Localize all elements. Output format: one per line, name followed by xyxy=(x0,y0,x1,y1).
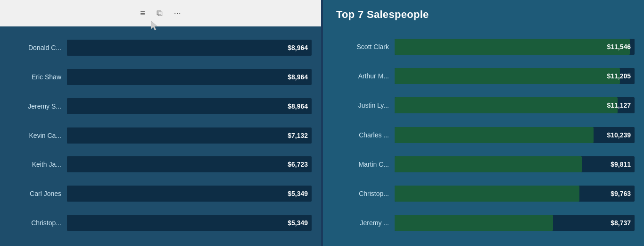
right-bar-track: $11,127 xyxy=(395,97,635,113)
toolbar: ≡ ⧉ ··· xyxy=(0,0,321,26)
right-bar-value: $11,127 xyxy=(607,102,631,109)
right-bar-list: Scott Clark $11,546 Arthur M... $11,205 … xyxy=(323,25,644,246)
right-bar-track: $10,239 xyxy=(395,127,635,143)
left-bar-value: $8,964 xyxy=(288,73,308,81)
left-bar-value: $8,964 xyxy=(288,102,308,110)
right-bar-fill xyxy=(395,156,582,172)
right-row-label: Justin Ly... xyxy=(332,102,389,109)
right-bar-row: Justin Ly... $11,127 xyxy=(332,95,635,116)
left-row-label: Kevin Ca... xyxy=(9,132,61,139)
left-bar-fill xyxy=(67,215,180,231)
right-bar-value: $10,239 xyxy=(607,131,631,139)
left-row-label: Christop... xyxy=(9,219,61,227)
right-bar-fill xyxy=(395,186,579,202)
right-panel: Top 7 Salespeople Scott Clark $11,546 Ar… xyxy=(323,0,644,246)
left-bar-list: Donald C... $8,964 Eric Shaw $8,964 Jere… xyxy=(0,26,321,246)
left-bar-fill xyxy=(67,40,299,56)
left-bar-track: $8,964 xyxy=(67,98,312,114)
left-bar-row: Carl Jones $5,349 xyxy=(9,183,312,204)
right-row-label: Charles ... xyxy=(332,131,389,139)
right-bar-track: $9,811 xyxy=(395,156,635,172)
right-bar-track: $11,546 xyxy=(395,39,635,55)
right-bar-row: Christop... $9,763 xyxy=(332,183,635,204)
left-row-label: Carl Jones xyxy=(9,190,61,197)
left-bar-track: $8,964 xyxy=(67,40,312,56)
left-bar-row: Donald C... $8,964 xyxy=(9,37,312,58)
right-bar-fill xyxy=(395,215,553,231)
left-bar-track: $6,723 xyxy=(67,156,312,172)
left-bar-track: $7,132 xyxy=(67,127,312,144)
left-bar-row: Eric Shaw $8,964 xyxy=(9,67,312,87)
right-bar-track: $11,205 xyxy=(395,68,635,84)
expand-icon[interactable]: ⧉ xyxy=(157,8,163,18)
right-row-label: Christop... xyxy=(332,190,389,197)
left-row-label: Donald C... xyxy=(9,44,61,51)
left-bar-value: $8,964 xyxy=(288,44,308,51)
left-bar-track: $8,964 xyxy=(67,69,312,85)
right-bar-row: Martin C... $9,811 xyxy=(332,154,635,175)
right-row-label: Arthur M... xyxy=(332,72,389,80)
left-bar-row: Jeremy S... $8,964 xyxy=(9,96,312,117)
right-panel-header: Top 7 Salespeople xyxy=(323,0,644,25)
left-bar-row: Keith Ja... $6,723 xyxy=(9,154,312,175)
left-bar-track: $5,349 xyxy=(67,215,312,231)
left-bar-row: Kevin Ca... $7,132 xyxy=(9,125,312,146)
menu-icon[interactable]: ≡ xyxy=(140,8,145,18)
left-row-label: Keith Ja... xyxy=(9,161,61,168)
left-bar-fill xyxy=(67,186,180,202)
right-bar-row: Charles ... $10,239 xyxy=(332,125,635,145)
svg-marker-0 xyxy=(151,21,157,30)
right-row-label: Scott Clark xyxy=(332,43,389,51)
right-bar-row: Arthur M... $11,205 xyxy=(332,66,635,86)
more-icon[interactable]: ··· xyxy=(174,8,181,18)
left-bar-row: Christop... $5,349 xyxy=(9,212,312,233)
left-row-label: Eric Shaw xyxy=(9,73,61,81)
left-bar-value: $6,723 xyxy=(288,161,308,168)
right-bar-row: Scott Clark $11,546 xyxy=(332,36,635,57)
right-bar-value: $8,737 xyxy=(611,219,631,227)
cursor-indicator xyxy=(151,21,159,33)
right-bar-value: $9,811 xyxy=(611,161,631,168)
left-bar-value: $5,349 xyxy=(288,190,308,197)
right-bar-track: $8,737 xyxy=(395,215,635,231)
right-bar-track: $9,763 xyxy=(395,186,635,202)
right-bar-fill xyxy=(395,39,630,55)
right-bar-value: $11,205 xyxy=(607,72,631,80)
right-bar-fill xyxy=(395,97,618,113)
left-bar-value: $5,349 xyxy=(288,219,308,227)
left-row-label: Jeremy S... xyxy=(9,102,61,110)
right-bar-row: Jeremy ... $8,737 xyxy=(332,212,635,233)
right-row-label: Martin C... xyxy=(332,161,389,168)
left-bar-fill xyxy=(67,127,243,144)
right-panel-title: Top 7 Salespeople xyxy=(336,8,631,21)
left-bar-track: $5,349 xyxy=(67,186,312,202)
right-bar-value: $11,546 xyxy=(607,43,631,51)
right-row-label: Jeremy ... xyxy=(332,219,389,227)
left-bar-fill xyxy=(67,69,299,85)
left-bar-fill xyxy=(67,156,229,172)
right-bar-fill xyxy=(395,127,594,143)
right-bar-value: $9,763 xyxy=(611,190,631,197)
left-bar-value: $7,132 xyxy=(288,132,308,139)
right-bar-fill xyxy=(395,68,620,84)
left-panel: ≡ ⧉ ··· Donald C... $8,964 Eric Shaw $8,… xyxy=(0,0,323,246)
left-bar-fill xyxy=(67,98,299,114)
